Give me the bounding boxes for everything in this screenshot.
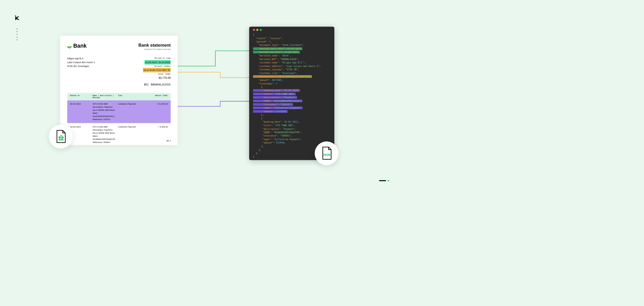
row-amount: + 9,328.40 (149, 126, 168, 144)
bank-document-icon (55, 130, 66, 144)
row-date: 02-03-2023 (70, 103, 92, 121)
row-iban: IBAN : NL82ZDBX0398234511 (92, 112, 118, 118)
document-badge (49, 125, 73, 148)
row-date: 18-04-2023 (70, 126, 92, 144)
row-desc: Description: Payment (92, 106, 118, 109)
col-type: Type (118, 95, 149, 99)
total-value: 40,778.09 (143, 76, 171, 81)
json-file-icon: JSON (321, 146, 333, 160)
diagram-canvas: Bank Bank statement Questions? Go to kli… (0, 0, 402, 191)
row-ref1: Kkl.nr.39938 JBW Bruto (92, 132, 118, 135)
brand-logo-icon (14, 15, 20, 22)
row-iban: IBAN : NL68ABCD0578468798 (92, 135, 118, 141)
row-amount: + 31,450.49 (149, 103, 168, 121)
statement-meta: Period of time 01-03-2023 / 31-04-2023 A… (143, 57, 171, 87)
col-description: Name / Description / Message (92, 95, 118, 99)
document-subtitle: Questions? Go to klippa.com/contact (138, 48, 171, 50)
json-code: { "result": "success", "parsed": { "docu… (253, 33, 331, 159)
transaction-table: Booked on Name / Description / Message T… (67, 93, 171, 146)
period-value: 01-03-2023 / 31-04-2023 (145, 60, 171, 64)
col-booked-on: Booked on (70, 95, 92, 99)
bic-value: BANKNL2UXXX (151, 83, 171, 86)
close-icon (253, 29, 255, 31)
row-title: STG FUND ABP (92, 103, 118, 106)
col-amount: Amount (EUR) (149, 95, 168, 99)
page-indicator (166, 141, 171, 141)
customer-name: Klippa App B.V. (67, 57, 95, 61)
json-badge: JSON (315, 141, 338, 165)
minimize-icon (256, 29, 258, 31)
period-label: Period of time (143, 57, 171, 60)
row-title: STG FUND ABP (92, 126, 118, 129)
account-value: NL22 BANK 0123 4567 89 (143, 68, 171, 72)
table-row: 18-04-2023 STG FUND ABP Description: Pay… (67, 123, 171, 146)
account-label: Account number (143, 64, 171, 68)
document-title: Bank statement (138, 43, 171, 48)
table-row: 02-03-2023 STG FUND ABP Description: Pay… (67, 100, 171, 123)
bank-logo: Bank (67, 43, 87, 49)
bank-name: Bank (73, 43, 87, 49)
table-header: Booked on Name / Description / Message T… (67, 93, 171, 100)
customer-city: 9728 JM, Groningen (67, 64, 95, 68)
total-label: Total (EUR) (143, 72, 171, 76)
bic-label: BIC: (144, 83, 149, 86)
decorative-dash (379, 180, 389, 181)
customer-address: Laan Corpus den Hoorn 1 (67, 60, 95, 64)
row-desc: Description: Payment (92, 129, 118, 132)
row-type: Collective Payment (118, 126, 149, 144)
maximize-icon (260, 29, 261, 31)
svg-point-1 (68, 46, 71, 47)
row-ref2: Reference: 599841 (92, 141, 118, 144)
json-output-panel: { "result": "success", "parsed": { "docu… (249, 27, 334, 160)
svg-point-0 (15, 15, 16, 16)
heart-icon (67, 44, 72, 48)
row-type: Collective Payment (118, 103, 149, 121)
decorative-dots (17, 29, 17, 40)
window-controls (253, 27, 331, 33)
bank-statement-document: Bank Bank statement Questions? Go to kli… (60, 36, 178, 145)
row-ref1: Kkl.nr.39938 JBW Bruto (92, 109, 118, 112)
row-ref2: Reference: 536741 (92, 118, 118, 121)
svg-text:JSON: JSON (323, 153, 331, 156)
customer-address-block: Klippa App B.V. Laan Corpus den Hoorn 1 … (67, 57, 95, 87)
